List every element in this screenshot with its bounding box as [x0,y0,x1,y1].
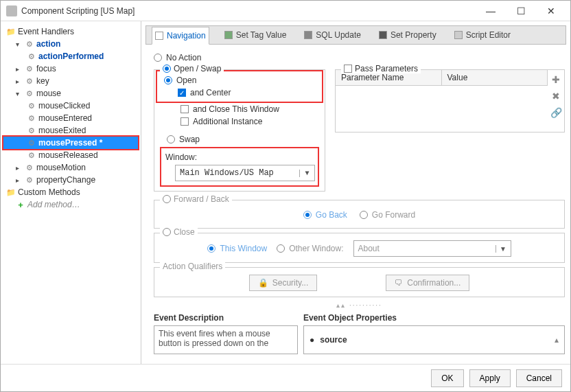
event-properties-box[interactable]: ● source ▴ [303,325,565,354]
gear-icon [27,113,36,123]
tree-node-mousepressed[interactable]: mousePressed * [3,137,138,149]
window-root: Component Scripting [US Map] — ☐ ✕ 📁 Eve… [0,0,571,392]
tree-root-event-handlers[interactable]: 📁 Event Handlers [3,25,138,38]
radio-go-back[interactable]: Go Back [303,210,347,220]
gear-icon [25,175,34,185]
tree-node-propertychange[interactable]: ▸ propertyChange [3,174,138,186]
tab-bar: Navigation Set Tag Value SQL Update Set … [145,25,566,45]
gear-icon [25,76,34,86]
gear-icon [25,89,34,98]
lock-icon: 🔒 [258,278,268,288]
window-title: Component Scripting [US Map] [21,6,482,16]
check-additional-instance[interactable]: Additional Instance [180,117,318,126]
tree-label: mouseReleased [38,150,98,160]
other-window-dropdown[interactable]: About ▼ [353,240,511,257]
button-label: Confirmation... [407,278,461,288]
dialog-footer: OK Apply Cancel [1,364,570,391]
tab-navigation[interactable]: Navigation [152,27,209,45]
radio-label: Open / Swap [174,64,221,73]
tree-node-mouseclicked[interactable]: mouseClicked [3,100,138,112]
tab-sql-update[interactable]: SQL Update [301,26,364,44]
scroll-up-icon[interactable]: ▴ [555,335,559,345]
gear-icon [27,150,36,160]
tree-node-mousemotion[interactable]: ▸ mouseMotion [3,161,138,174]
tree-node-mouseexited[interactable]: mouseExited [3,124,138,137]
gear-icon [25,163,34,172]
tree-label: Event Handlers [18,27,74,36]
radio-swap[interactable]: Swap [167,135,318,144]
radio-label: Other Window: [289,244,343,253]
tree-node-action[interactable]: ▾ action [3,38,138,50]
security-button[interactable]: 🔒 Security... [249,275,317,291]
action-qualifiers-group: Action Qualifiers 🔒 Security... 🗨 Confir… [154,267,565,297]
titlebar: Component Scripting [US Map] — ☐ ✕ [1,1,570,21]
apply-button[interactable]: Apply [469,369,511,387]
tree-add-method[interactable]: Add method… [3,198,138,211]
pass-parameters-legend[interactable]: Pass Parameters [341,64,421,73]
expand-arrow-icon[interactable]: ▸ [16,78,23,85]
tree-label: mouseExited [38,126,86,135]
delete-param-icon[interactable]: ✖ [552,91,560,102]
tree-node-mouseentered[interactable]: mouseEntered [3,112,138,124]
script-icon [454,31,463,39]
navigation-icon [155,32,163,40]
radio-icon [303,211,312,219]
tab-label: Set Tag Value [236,30,287,40]
radio-other-window[interactable]: Other Window: [277,244,343,253]
tree-node-focus[interactable]: ▸ focus [3,62,138,75]
link-param-icon[interactable]: 🔗 [550,107,562,118]
radio-icon [163,195,171,203]
ok-button[interactable]: OK [431,369,463,387]
expand-arrow-icon[interactable]: ▸ [16,176,23,184]
gear-icon [27,126,36,135]
confirmation-button[interactable]: 🗨 Confirmation... [386,275,469,291]
dropdown-value: Main Windows/US Map [176,168,299,178]
dropdown-value: About [354,244,496,253]
folder-icon: 📁 [6,27,16,36]
expand-arrow-icon[interactable]: ▾ [16,41,23,48]
minimize-icon[interactable]: — [482,3,499,19]
cancel-button[interactable]: Cancel [516,369,562,387]
bullet-icon: ● [310,335,314,345]
open-swap-legend[interactable]: Open / Swap [160,64,224,73]
tree-node-key[interactable]: ▸ key [3,75,138,87]
radio-label: Swap [179,135,200,144]
gear-icon [25,39,34,49]
tab-label: Navigation [167,31,206,41]
expand-arrow-icon[interactable]: ▸ [16,164,23,172]
radio-this-window[interactable]: This Window [207,244,267,253]
params-side-buttons: ✚ ✖ 🔗 [548,70,564,132]
forward-back-legend[interactable]: Forward / Back [160,194,232,204]
tree-label: focus [36,64,56,73]
tree-root-custom-methods[interactable]: 📁 Custom Methods [3,186,138,198]
check-and-center[interactable]: and Center [178,88,321,97]
add-param-icon[interactable]: ✚ [552,74,560,85]
radio-open[interactable]: Open [164,76,321,85]
tree-node-mouse[interactable]: ▾ mouse [3,87,138,100]
tree-label: action [36,39,60,49]
radio-icon [207,244,215,253]
expand-arrow-icon[interactable]: ▾ [16,90,23,97]
maximize-icon[interactable]: ☐ [513,3,529,19]
pass-parameters-group: Pass Parameters Parameter Name Value ✚ [335,69,565,132]
tree-node-mousereleased[interactable]: mouseReleased [3,149,138,161]
gear-icon [27,138,36,148]
window-dropdown[interactable]: Main Windows/US Map ▼ [175,165,315,181]
close-icon[interactable]: ✕ [543,3,559,19]
tab-set-property[interactable]: Set Property [376,26,439,44]
tree-label: mouse [36,89,61,98]
tree-label: propertyChange [36,175,95,185]
tab-script-editor[interactable]: Script Editor [452,26,513,44]
radio-go-forward[interactable]: Go Forward [360,210,415,220]
checkbox-label: and Center [190,88,231,97]
radio-icon [360,211,368,219]
splitter-grip[interactable]: ▴▴ ·········· [154,301,565,309]
tree-node-actionperformed[interactable]: actionPerformed [3,50,138,62]
radio-icon [163,65,171,73]
close-legend[interactable]: Close [160,227,198,237]
expand-arrow-icon[interactable]: ▸ [16,65,23,73]
radio-no-action[interactable]: No Action [154,53,565,62]
check-close-this-window[interactable]: and Close This Window [180,104,318,114]
tab-set-tag-value[interactable]: Set Tag Value [222,26,290,44]
tag-icon [224,31,233,39]
